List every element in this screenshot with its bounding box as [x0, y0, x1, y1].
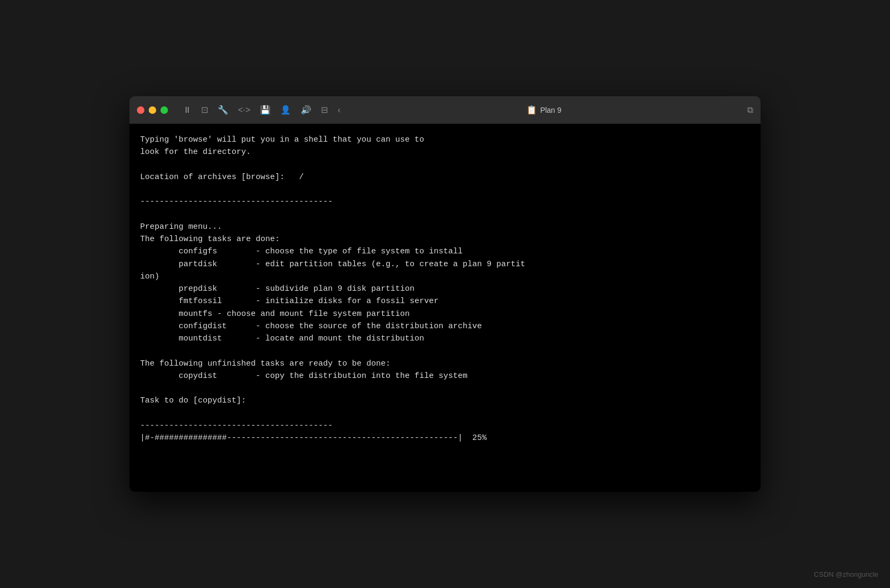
- terminal-line: configdist - choose the source of the di…: [140, 320, 750, 332]
- person-icon[interactable]: 👤: [280, 105, 291, 115]
- wrench-icon[interactable]: 🔧: [218, 105, 228, 115]
- volume-icon[interactable]: 🔊: [301, 105, 311, 115]
- app-icon: 📋: [526, 105, 537, 115]
- terminal-body[interactable]: Typing 'browse' will put you in a shell …: [129, 124, 761, 492]
- terminal-blank: [140, 345, 750, 357]
- minimize-button[interactable]: [149, 106, 156, 114]
- terminal-line: mountfs - choose and mount file system p…: [140, 308, 750, 320]
- terminal-line: fmtfossil - initialize disks for a fossi…: [140, 295, 750, 307]
- terminal-line: ----------------------------------------: [140, 196, 750, 208]
- terminal-line: Preparing menu...: [140, 221, 750, 233]
- window-title: 📋 Plan 9: [344, 105, 743, 115]
- terminal-line: Task to do [copydist]:: [140, 394, 750, 407]
- terminal-line: look for the directory.: [140, 146, 750, 158]
- traffic-lights: [137, 106, 168, 114]
- terminal-blank: [140, 183, 750, 196]
- network-icon[interactable]: ⊟: [321, 105, 328, 115]
- terminal-line: Location of archives [browse]: /: [140, 171, 750, 183]
- terminal-line: partdisk - edit partition tables (e.g., …: [140, 258, 750, 270]
- terminal-line: prepdisk - subdivide plan 9 disk partiti…: [140, 283, 750, 295]
- close-button[interactable]: [137, 106, 144, 114]
- terminal-line: configfs - choose the type of file syste…: [140, 245, 750, 258]
- progress-bar: |#-###############----------------------…: [140, 432, 750, 444]
- pause-icon[interactable]: ⏸: [183, 105, 191, 115]
- title-text: Plan 9: [540, 106, 562, 114]
- terminal-line: copydist - copy the distribution into th…: [140, 370, 750, 382]
- terminal-line: ion): [140, 270, 750, 283]
- expand-icon[interactable]: ⧉: [747, 105, 753, 115]
- titlebar: ⏸ ⊡ 🔧 <·> 💾 👤 🔊 ⊟ ‹ 📋 Plan 9 ⧉: [129, 96, 761, 124]
- terminal-window: ⏸ ⊡ 🔧 <·> 💾 👤 🔊 ⊟ ‹ 📋 Plan 9 ⧉ Typing 'b…: [129, 96, 761, 492]
- terminal-blank: [140, 208, 750, 221]
- screenshot-icon[interactable]: ⊡: [201, 105, 208, 115]
- terminal-line: mountdist - locate and mount the distrib…: [140, 332, 750, 345]
- terminal-separator: ----------------------------------------: [140, 420, 750, 432]
- toolbar-icons: ⏸ ⊡ 🔧 <·> 💾 👤 🔊 ⊟ ‹: [183, 105, 340, 115]
- code-icon[interactable]: <·>: [238, 105, 250, 115]
- maximize-button[interactable]: [160, 106, 168, 114]
- terminal-blank: [140, 382, 750, 394]
- terminal-line: The following tasks are done:: [140, 233, 750, 245]
- drive-icon[interactable]: 💾: [260, 105, 271, 115]
- terminal-blank: [140, 407, 750, 420]
- terminal-line: Typing 'browse' will put you in a shell …: [140, 134, 750, 146]
- back-icon[interactable]: ‹: [337, 105, 340, 115]
- watermark: CSDN @zhonguncle: [814, 570, 878, 578]
- terminal-line: The following unfinished tasks are ready…: [140, 358, 750, 370]
- terminal-blank: [140, 159, 750, 171]
